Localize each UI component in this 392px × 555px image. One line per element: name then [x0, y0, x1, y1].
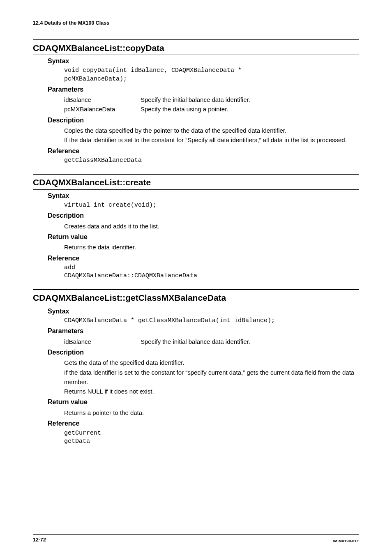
description-heading: Description: [48, 116, 359, 125]
api-section-getclass: CDAQMXBalanceList::getClassMXBalanceData…: [33, 289, 359, 446]
param-name: idBalance: [64, 337, 141, 346]
api-section-create: CDAQMXBalanceList::create Syntax virtual…: [33, 174, 359, 280]
syntax-heading: Syntax: [48, 191, 359, 200]
parameters-heading: Parameters: [48, 85, 359, 94]
description-text: Returns NULL if it does not exist.: [64, 387, 359, 396]
reference-code: getClassMXBalanceData: [64, 157, 359, 165]
description-text: Gets the data of the specified data iden…: [64, 358, 359, 367]
syntax-code: CDAQMXBalanceData * getClassMXBalanceDat…: [64, 317, 359, 325]
return-value-text: Returns a pointer to the data.: [64, 408, 359, 417]
description-heading: Description: [48, 211, 359, 220]
description-text: Creates data and adds it to the list.: [64, 221, 359, 231]
param-name: idBalance: [64, 95, 141, 104]
divider: [33, 39, 359, 40]
syntax-heading: Syntax: [48, 307, 359, 316]
description-text: If the data identifier is set to the con…: [64, 368, 359, 387]
reference-code: getCurrent getData: [64, 429, 359, 446]
param-name: pcMXBalanceData: [64, 104, 141, 114]
reference-heading: Reference: [48, 254, 359, 263]
reference-heading: Reference: [48, 147, 359, 156]
divider: [33, 55, 359, 55]
return-value-text: Returns the data identifier.: [64, 242, 359, 252]
section-header: 12.4 Details of the MX100 Class: [33, 20, 359, 27]
param-row: pcMXBalanceData Specify the data using a…: [64, 104, 359, 114]
param-desc: Specify the initial balance data identif…: [141, 337, 359, 346]
page-footer: 12-72 IM MX190-01E: [33, 534, 359, 544]
return-value-heading: Return value: [48, 398, 359, 407]
document-id: IM MX190-01E: [333, 538, 359, 543]
reference-heading: Reference: [48, 419, 359, 428]
reference-code: add CDAQMXBalanceData::CDAQMXBalanceData: [64, 264, 359, 281]
syntax-code: virtual int create(void);: [64, 201, 359, 210]
syntax-code: void copyData(int idBalance, CDAQMXBalan…: [64, 67, 359, 83]
method-title: CDAQMXBalanceList::getClassMXBalanceData: [33, 292, 359, 304]
parameters-heading: Parameters: [48, 327, 359, 336]
param-desc: Specify the initial balance data identif…: [141, 95, 359, 104]
method-title: CDAQMXBalanceList::create: [33, 176, 359, 188]
divider: [33, 289, 359, 290]
param-row: idBalance Specify the initial balance da…: [64, 95, 359, 104]
param-row: idBalance Specify the initial balance da…: [64, 337, 359, 346]
method-title: CDAQMXBalanceList::copyData: [33, 42, 359, 54]
api-section-copydata: CDAQMXBalanceList::copyData Syntax void …: [33, 39, 359, 165]
description-heading: Description: [48, 348, 359, 357]
param-desc: Specify the data using a pointer.: [141, 104, 359, 114]
description-text: Copies the data specified by the pointer…: [64, 126, 359, 135]
page-number: 12-72: [33, 537, 46, 544]
divider: [33, 189, 359, 190]
divider: [33, 305, 359, 305]
divider: [33, 174, 359, 175]
description-text: If the data identifier is set to the con…: [64, 135, 359, 145]
syntax-heading: Syntax: [48, 57, 359, 66]
return-value-heading: Return value: [48, 233, 359, 242]
